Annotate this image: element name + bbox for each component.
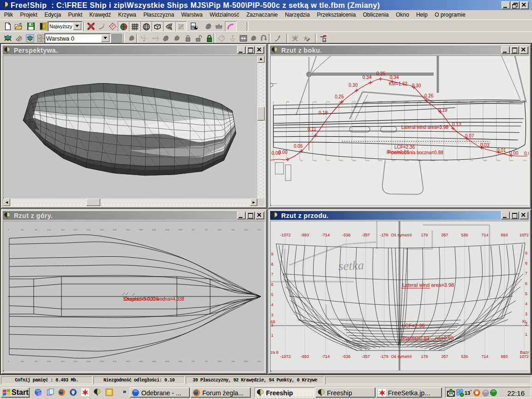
svg-text:-179: -179: [380, 233, 388, 237]
svg-text:4560: 4560: [165, 360, 170, 363]
svg-text:357: 357: [441, 233, 448, 237]
svg-text:714: 714: [481, 354, 488, 359]
svg-text:1841: 1841: [244, 229, 248, 231]
svg-text:-357: -357: [362, 233, 370, 237]
svg-text:1841: 1841: [509, 159, 514, 162]
svg-text:4180: 4180: [152, 360, 157, 363]
svg-text:1900: 1900: [339, 159, 344, 162]
svg-text:4940: 4940: [178, 360, 183, 363]
svg-text:760: 760: [34, 229, 37, 231]
svg-text:4560: 4560: [165, 229, 170, 231]
svg-text:0.00: 0.00: [509, 151, 519, 156]
svg-text:4180: 4180: [417, 159, 422, 162]
svg-text:701: 701: [205, 229, 208, 231]
svg-text:Lateral wind area=3.98: Lateral wind area=3.98: [401, 125, 448, 130]
svg-text:-1072: -1072: [280, 233, 290, 237]
svg-text:5: 5: [525, 291, 527, 296]
svg-text:2280: 2280: [86, 229, 91, 231]
svg-text:1: 1: [137, 24, 139, 26]
svg-text:-536: -536: [342, 354, 351, 359]
svg-text:4180: 4180: [152, 229, 157, 231]
svg-text:1081: 1081: [483, 159, 488, 162]
svg-text:7: 7: [271, 272, 273, 277]
svg-text:KM=1.62: KM=1.62: [389, 81, 408, 86]
svg-text:0.25: 0.25: [335, 94, 344, 99]
svg-text:2660: 2660: [100, 360, 104, 363]
svg-text:0.26: 0.26: [424, 93, 434, 98]
svg-text:1081: 1081: [218, 360, 222, 363]
svg-text:4: 4: [271, 302, 273, 307]
svg-text:536: 536: [461, 354, 468, 359]
svg-text:0.00: 0.00: [278, 150, 288, 155]
svg-text:Pion=0.81: Pion=0.81: [387, 149, 410, 155]
svg-text:0.13: 0.13: [452, 122, 461, 127]
svg-text:321: 321: [192, 229, 195, 231]
svg-text:KL: KL: [522, 319, 527, 324]
svg-text:0.05: 0.05: [294, 144, 303, 149]
svg-text:1: 1: [525, 332, 527, 337]
svg-text:8: 8: [525, 261, 527, 266]
svg-text:357: 357: [441, 354, 448, 359]
svg-text:1: 1: [271, 333, 273, 338]
svg-text:2660: 2660: [100, 229, 104, 231]
svg-text:3420: 3420: [126, 229, 131, 231]
svg-text:2280: 2280: [352, 159, 357, 162]
svg-text:0.07: 0.07: [465, 133, 474, 139]
svg-text:3800: 3800: [139, 360, 144, 363]
svg-text:1520: 1520: [326, 159, 331, 162]
svg-text:1072: 1072: [520, 233, 529, 237]
svg-text:3040: 3040: [113, 229, 117, 231]
svg-text:3420: 3420: [126, 360, 131, 363]
svg-text:1461: 1461: [496, 159, 501, 162]
svg-text:za 8: za 8: [271, 350, 278, 355]
svg-text:4560: 4560: [431, 159, 435, 162]
svg-text:2660: 2660: [365, 159, 370, 162]
svg-text:4940: 4940: [444, 101, 448, 103]
svg-text:1140: 1140: [47, 229, 51, 231]
svg-text:8: 8: [271, 262, 273, 266]
svg-text:0.35: 0.35: [376, 71, 386, 76]
svg-text:179: 179: [421, 233, 428, 237]
svg-text:2221: 2221: [257, 229, 262, 231]
svg-text:0.11: 0.11: [308, 127, 316, 132]
svg-text:4940: 4940: [178, 229, 183, 231]
svg-text:-357: -357: [362, 354, 370, 359]
svg-text:-1072: -1072: [280, 354, 290, 359]
svg-text:-179: -179: [380, 354, 388, 359]
svg-text:-893: -893: [301, 233, 309, 237]
svg-text:-893: -893: [301, 354, 309, 359]
svg-text:Oś symetrii: Oś symetrii: [391, 354, 412, 359]
svg-text:Oś symetrii: Oś symetrii: [391, 233, 412, 237]
svg-text:9: 9: [525, 251, 527, 255]
svg-text:380: 380: [21, 360, 24, 363]
svg-text:2280: 2280: [86, 360, 91, 363]
svg-text:1900: 1900: [73, 360, 78, 363]
svg-text:1461: 1461: [231, 360, 236, 363]
svg-text:4940: 4940: [444, 159, 448, 162]
svg-text:380: 380: [286, 101, 290, 103]
svg-text:Szerokość=0.338: Szerokość=0.338: [123, 296, 159, 302]
svg-text:1520: 1520: [60, 229, 65, 231]
svg-text:6: 6: [525, 281, 527, 286]
svg-text:2221: 2221: [257, 360, 262, 363]
svg-text:6: 6: [271, 282, 273, 287]
svg-text:-714: -714: [321, 354, 330, 359]
svg-text:1841: 1841: [244, 360, 248, 363]
svg-text:1900: 1900: [73, 229, 78, 231]
svg-text:701: 701: [205, 360, 208, 363]
svg-text:3: 3: [525, 312, 527, 316]
svg-text:Baza: Baza: [520, 350, 529, 355]
svg-text:-536: -536: [342, 233, 351, 237]
svg-text:2280: 2280: [352, 101, 357, 103]
svg-text:7: 7: [525, 271, 527, 276]
svg-text:1140: 1140: [47, 360, 51, 363]
svg-text:Pianta=0.81 ...na=0.98: Pianta=0.81 ...na=0.98: [402, 335, 453, 341]
svg-text:1520: 1520: [60, 360, 65, 363]
svg-text:701: 701: [470, 159, 473, 162]
svg-text:0.30: 0.30: [349, 83, 358, 88]
svg-text:3040: 3040: [378, 159, 383, 162]
svg-text:setka: setka: [338, 258, 364, 273]
svg-text:1520: 1520: [326, 101, 331, 103]
svg-text:893: 893: [501, 354, 508, 359]
svg-text:1081: 1081: [218, 229, 222, 231]
